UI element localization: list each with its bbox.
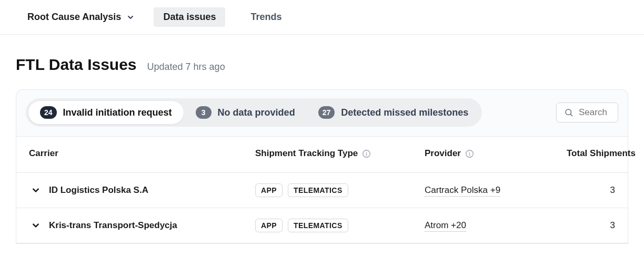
expand-icon[interactable] bbox=[29, 222, 39, 229]
row-total: 3 bbox=[567, 185, 615, 196]
filter-label: No data provided bbox=[218, 107, 295, 118]
col-header-carrier: Carrier bbox=[29, 148, 255, 159]
provider-text: Atrom +20 bbox=[425, 220, 466, 232]
filter-no-data[interactable]: 3 No data provided bbox=[184, 101, 307, 124]
col-header-provider-label: Provider bbox=[425, 148, 461, 159]
carrier-name: Kris-trans Transport-Spedycja bbox=[49, 220, 177, 231]
row-provider[interactable]: Cartrack Polska +9 bbox=[425, 185, 567, 196]
chevron-down-icon bbox=[127, 14, 134, 20]
search-input[interactable] bbox=[579, 107, 610, 118]
root-cause-dropdown[interactable]: Root Cause Analysis bbox=[23, 9, 138, 25]
row-tracking: APP TELEMATICS bbox=[255, 219, 425, 232]
col-header-tracking: Shipment Tracking Type bbox=[255, 148, 425, 159]
page-title: FTL Data Issues bbox=[16, 56, 137, 74]
filter-label: Invalid initiation request bbox=[63, 107, 172, 118]
tracking-tag: TELEMATICS bbox=[288, 183, 348, 197]
svg-point-6 bbox=[469, 151, 470, 152]
col-header-total: Total Shipments bbox=[567, 148, 636, 159]
tracking-tag: APP bbox=[255, 219, 283, 232]
tab-data-issues[interactable]: Data issues bbox=[154, 7, 225, 27]
table: Carrier Shipment Tracking Type Provider … bbox=[16, 136, 628, 243]
tab-label: Data issues bbox=[163, 12, 216, 22]
svg-point-3 bbox=[366, 151, 367, 152]
content-panel: 24 Invalid initiation request 3 No data … bbox=[16, 89, 628, 244]
updated-timestamp: Updated 7 hrs ago bbox=[147, 61, 225, 73]
table-row: Kris-trans Transport-Spedycja APP TELEMA… bbox=[16, 208, 628, 243]
filter-label: Detected missed milestones bbox=[341, 107, 468, 118]
table-header: Carrier Shipment Tracking Type Provider … bbox=[16, 137, 628, 173]
provider-text: Cartrack Polska +9 bbox=[425, 185, 500, 197]
info-icon[interactable] bbox=[465, 149, 474, 158]
filter-pill-group: 24 Invalid initiation request 3 No data … bbox=[26, 98, 482, 127]
root-cause-label: Root Cause Analysis bbox=[27, 12, 121, 23]
filters-row: 24 Invalid initiation request 3 No data … bbox=[16, 98, 628, 136]
tracking-tag: TELEMATICS bbox=[288, 219, 348, 232]
row-tracking: APP TELEMATICS bbox=[255, 183, 425, 197]
info-icon[interactable] bbox=[362, 149, 371, 158]
search-icon bbox=[564, 108, 573, 117]
top-nav: Root Cause Analysis Data issues Trends bbox=[0, 0, 644, 35]
svg-line-1 bbox=[570, 114, 572, 116]
table-row: ID Logistics Polska S.A APP TELEMATICS C… bbox=[16, 173, 628, 208]
svg-rect-7 bbox=[469, 153, 470, 156]
page-header: FTL Data Issues Updated 7 hrs ago bbox=[0, 35, 644, 89]
filter-count: 24 bbox=[40, 106, 57, 119]
row-carrier: Kris-trans Transport-Spedycja bbox=[29, 220, 255, 231]
row-total: 3 bbox=[567, 220, 615, 231]
tracking-tag: APP bbox=[255, 183, 283, 197]
row-provider[interactable]: Atrom +20 bbox=[425, 220, 567, 231]
filter-missed-milestones[interactable]: 27 Detected missed milestones bbox=[307, 101, 480, 124]
col-header-provider: Provider bbox=[425, 148, 567, 159]
filter-count: 27 bbox=[318, 106, 335, 119]
svg-rect-4 bbox=[366, 153, 367, 156]
filter-invalid-initiation[interactable]: 24 Invalid initiation request bbox=[28, 100, 184, 125]
tab-label: Trends bbox=[250, 12, 281, 22]
row-carrier: ID Logistics Polska S.A bbox=[29, 185, 255, 196]
expand-icon[interactable] bbox=[29, 187, 39, 194]
filter-count: 3 bbox=[196, 106, 212, 119]
tab-trends[interactable]: Trends bbox=[241, 7, 291, 27]
col-header-tracking-label: Shipment Tracking Type bbox=[255, 148, 358, 159]
carrier-name: ID Logistics Polska S.A bbox=[49, 185, 148, 196]
search-wrap[interactable] bbox=[556, 102, 618, 122]
